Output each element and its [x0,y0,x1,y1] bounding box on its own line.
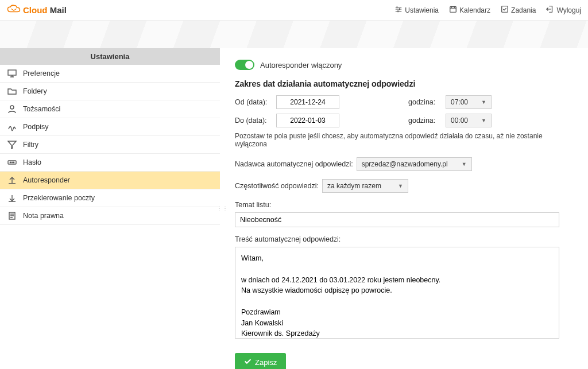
pane-divider[interactable]: ⋮⋮ [220,48,225,369]
from-time-value: 07:00 [451,98,468,106]
sidebar-item-filters[interactable]: Filtry [0,136,220,154]
nav-settings[interactable]: Ustawienia [394,5,439,15]
nav-logout-label: Wyloguj [556,6,581,14]
app-logo: Cloud Mail [7,4,67,16]
sliders-icon [394,5,403,15]
to-time-label: godzina: [408,116,440,125]
folder-icon [7,86,17,96]
funnel-icon [7,139,17,150]
sidebar-item-preferences[interactable]: Preferencje [0,65,220,83]
sidebar-title: Ustawienia [0,48,220,65]
sidebar-item-label: Tożsamości [23,105,60,113]
frequency-label: Częstotliwość odpowiedzi: [235,182,319,190]
sidebar-item-label: Foldery [23,87,47,95]
sidebar-item-folders[interactable]: Foldery [0,83,220,100]
app-title: Cloud Mail [23,5,67,15]
subject-input[interactable] [235,212,559,227]
save-button-label: Zapisz [255,358,277,367]
download-arrow-icon [7,193,17,203]
date-range-hint: Pozostaw te pola puste jeśli chcesz, aby… [235,132,559,148]
svg-rect-1 [502,6,508,13]
svg-point-6 [11,162,12,162]
cloud-mail-icon [7,4,21,16]
upload-arrow-icon [7,175,17,185]
sidebar-item-label: Podpisy [23,123,48,131]
nav-calendar[interactable]: Kalendarz [449,5,490,15]
save-button[interactable]: Zapisz [235,353,286,369]
nav-logout[interactable]: Wyloguj [546,5,581,15]
sidebar-item-label: Preferencje [23,69,60,77]
subject-label: Temat listu: [235,201,559,209]
nav-calendar-label: Kalendarz [459,6,490,14]
toggle-label: Autoresponder włączony [260,61,342,69]
caret-down-icon: ▼ [481,99,486,105]
to-time-value: 00:00 [451,116,468,125]
sidebar-item-legal[interactable]: Nota prawna [0,207,220,225]
svg-point-7 [13,162,14,162]
nav-tasks-label: Zadania [511,6,536,14]
caret-down-icon: ▼ [462,161,467,167]
caret-down-icon: ▼ [398,183,403,189]
autoresponder-toggle[interactable] [235,60,254,70]
from-date-input[interactable] [276,95,339,109]
hero-background [0,21,588,48]
sender-value: sprzedaz@nazwadomeny.pl [362,160,448,168]
svg-point-5 [10,162,10,162]
nav-tasks[interactable]: Zadania [501,5,536,15]
body-textarea[interactable] [235,247,559,339]
frequency-select[interactable]: za każdym razem ▼ [322,179,408,193]
from-time-select[interactable]: 07:00 ▼ [446,95,492,109]
sender-select[interactable]: sprzedaz@nazwadomeny.pl ▼ [357,157,472,171]
sidebar-item-label: Nota prawna [23,212,64,220]
sender-label: Nadawca automatycznej odpowiedzi: [235,160,353,168]
to-time-select[interactable]: 00:00 ▼ [446,114,492,127]
to-date-input[interactable] [276,114,339,127]
sidebar-item-password[interactable]: Hasło [0,154,220,172]
sidebar-item-signatures[interactable]: Podpisy [0,118,220,136]
from-time-label: godzina: [408,98,440,106]
caret-down-icon: ▼ [481,118,486,123]
settings-sidebar: Ustawienia Preferencje Foldery Tożsamośc… [0,48,220,369]
topbar: Cloud Mail Ustawienia Kalendarz Zadania … [0,0,588,21]
frequency-value: za każdym razem [327,182,381,190]
password-icon [7,157,17,168]
main-content: Autoresponder włączony Zakres dat działa… [225,48,588,369]
calendar-icon [449,5,457,15]
svg-rect-0 [450,7,457,13]
svg-rect-2 [8,70,16,75]
document-icon [7,211,17,221]
sidebar-item-label: Autoresponder [23,176,70,184]
sidebar-item-forwarding[interactable]: Przekierowanie poczty [0,189,220,207]
svg-point-3 [10,106,14,109]
sidebar-item-label: Hasło [23,158,41,166]
nav-settings-label: Ustawienia [405,6,439,14]
logout-icon [546,5,554,15]
sidebar-item-identities[interactable]: Tożsamości [0,100,220,118]
top-nav: Ustawienia Kalendarz Zadania Wyloguj [394,5,581,15]
tasks-icon [501,5,509,15]
sidebar-item-label: Przekierowanie poczty [23,194,95,202]
sidebar-item-autoresponder[interactable]: Autoresponder [0,172,220,189]
check-icon [244,358,252,367]
body-label: Treść automatycznej odpowiedzi: [235,235,559,243]
monitor-icon [7,68,17,79]
sidebar-item-label: Filtry [23,141,38,149]
from-date-label: Od (data): [235,98,270,106]
date-range-title: Zakres dat działania automatycznej odpow… [235,79,559,88]
user-icon [7,104,17,114]
signature-icon [7,122,17,132]
to-date-label: Do (data): [235,116,270,125]
